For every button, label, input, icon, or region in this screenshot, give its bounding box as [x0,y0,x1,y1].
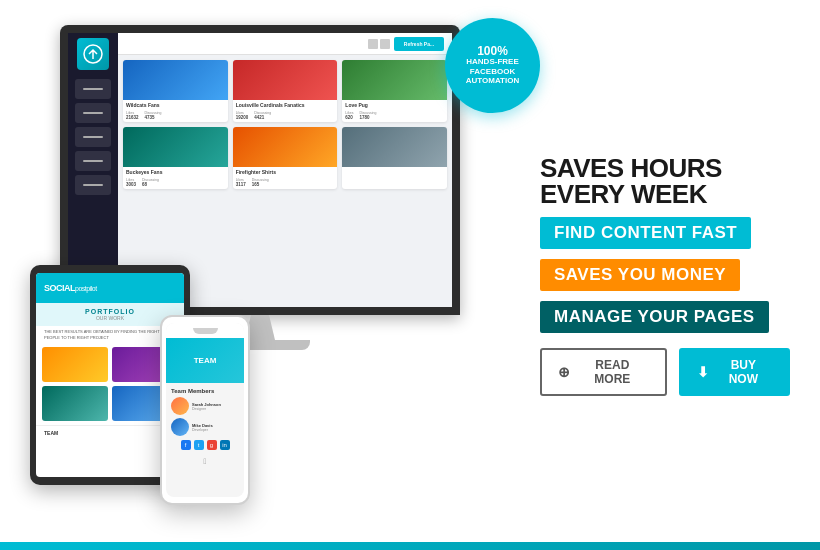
feature-manage-pages: Manage Your Pages [540,301,790,333]
member-avatar-1 [171,397,189,415]
page-card-louisville[interactable]: Louisville Cardinals Fanatics Likes 1920… [233,60,338,122]
tablet-card-3 [42,386,108,421]
nav-youtube[interactable] [75,127,111,147]
app-header: Refresh Pa... [118,33,452,55]
phone-hero: TEAM [166,338,244,383]
wildcats-stats: Likes 21632 Discussing 4735 [123,109,228,122]
team-member-1: Sarah Johnson Designer [171,397,239,415]
buy-now-button[interactable]: ⬇ Buy Now [679,348,790,396]
member-info-2: Mike Davis Developer [192,423,239,432]
member-info-1: Sarah Johnson Designer [192,402,239,411]
view-toggle[interactable] [368,39,390,49]
firefighter-img [233,127,338,167]
tablet-brand: SOCIALpostpilot [44,283,97,293]
phone-content: Team Members Sarah Johnson Designer Mike… [166,383,244,455]
louisville-title: Louisville Cardinals Fanatics [233,100,338,109]
lovepug-img [342,60,447,100]
feature-saves-money: Saves You Money [540,259,790,291]
tablet-portfolio-title: PORTFOLIO [44,308,176,315]
refresh-button[interactable]: Refresh Pa... [394,37,444,51]
main-container: Refresh Pa... Wildcats Fans [0,0,820,550]
app-logo [77,38,109,70]
devices-section: Refresh Pa... Wildcats Fans [30,25,530,525]
page-card-wildcats[interactable]: Wildcats Fans Likes 21632 Discussing [123,60,228,122]
badge-line3: Automation [466,76,519,86]
saves-money-tag: Saves You Money [540,259,740,291]
tablet-our-work: OUR WORK [44,315,176,321]
facebook-icon[interactable]: f [181,440,191,450]
feature-find-content: Find Content Fast [540,217,790,249]
phone-social-icons: f t g in [171,440,239,450]
text-section: Saves Hours Every Week Find Content Fast… [530,155,790,396]
firefighter-title: Firefighter Shirts [233,167,338,176]
phone-top-bar [166,323,244,338]
buckeyes-stats: Likes 3003 Discussing 68 [123,176,228,189]
phone: TEAM Team Members Sarah Johnson Designer [160,315,250,505]
twitter-icon[interactable]: t [194,440,204,450]
pages-grid: Wildcats Fans Likes 21632 Discussing [118,55,452,194]
team-member-2: Mike Davis Developer [171,418,239,436]
badge-line1: Hands-Free [466,57,518,67]
lovepug-title: Love Pug [342,100,447,109]
phone-notch [193,328,218,334]
tablet-header: SOCIALpostpilot [36,273,184,303]
linkedin-icon[interactable]: in [220,440,230,450]
badge-line2: Facebook [470,67,515,77]
find-content-tag: Find Content Fast [540,217,751,249]
buy-now-icon: ⬇ [697,364,709,380]
lovepug-stats: Likes 620 Discussing 1780 [342,109,447,122]
automation-badge: 100% Hands-Free Facebook Automation [445,18,540,113]
page-card-firefighter[interactable]: Firefighter Shirts Likes 3117 Discussing [233,127,338,189]
phone-hero-text: TEAM [194,356,217,365]
action-buttons: ⊕ Read More ⬇ Buy Now [540,348,790,396]
phone-team-label: Team Members [171,388,239,394]
louisville-stats: Likes 19200 Discussing 4421 [233,109,338,122]
member-avatar-2 [171,418,189,436]
apple-logo-icon:  [166,457,244,466]
buckeyes-img [123,127,228,167]
louisville-img [233,60,338,100]
empty-img [342,127,447,167]
googleplus-icon[interactable]: g [207,440,217,450]
wildcats-img [123,60,228,100]
badge-percent: 100% [477,45,508,57]
read-more-button[interactable]: ⊕ Read More [540,348,667,396]
tablet-card-1 [42,347,108,382]
page-card-buckeyes[interactable]: Buckeyes Fans Likes 3003 Discussing [123,127,228,189]
page-card-empty [342,127,447,189]
nav-giveways[interactable] [75,175,111,195]
saves-hours-text: Saves Hours Every Week [540,155,790,207]
feature-saves: Saves Hours Every Week [540,155,790,207]
nav-pages[interactable] [75,79,111,99]
wildcats-title: Wildcats Fans [123,100,228,109]
nav-amazon[interactable] [75,151,111,171]
manage-pages-tag: Manage Your Pages [540,301,769,333]
bottom-border [0,542,820,550]
phone-screen: TEAM Team Members Sarah Johnson Designer [166,323,244,497]
read-more-icon: ⊕ [558,364,570,380]
page-card-lovepug[interactable]: Love Pug Likes 620 Discussing [342,60,447,122]
firefighter-stats: Likes 3117 Discussing 165 [233,176,338,189]
buckeyes-title: Buckeyes Fans [123,167,228,176]
nav-photos[interactable] [75,103,111,123]
